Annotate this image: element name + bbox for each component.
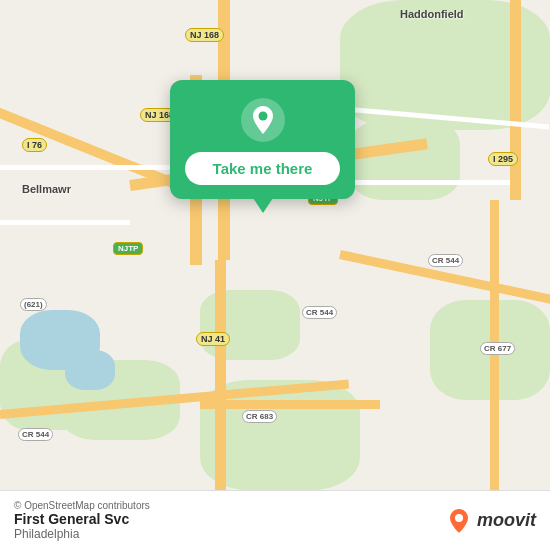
location-city: Philadelphia bbox=[14, 527, 79, 541]
road-secondary bbox=[0, 165, 190, 170]
bottom-bar: © OpenStreetMap contributors First Gener… bbox=[0, 490, 550, 550]
label-nj168-top: NJ 168 bbox=[185, 28, 224, 42]
label-cr677: CR 677 bbox=[480, 342, 515, 355]
map-container: NJ 168 NJ 168 NJ 41 I 76 NJTP NJTP I 295… bbox=[0, 0, 550, 490]
road-i295 bbox=[510, 0, 521, 200]
road-secondary bbox=[0, 220, 130, 225]
location-pin-icon bbox=[241, 98, 285, 142]
copyright-text: © OpenStreetMap contributors bbox=[14, 500, 150, 511]
moovit-text: moovit bbox=[477, 510, 536, 531]
green-area bbox=[350, 120, 460, 200]
popup-card: Take me there bbox=[170, 80, 355, 199]
city-haddonfield: Haddonfield bbox=[400, 8, 464, 20]
label-cr683: CR 683 bbox=[242, 410, 277, 423]
road-nj41 bbox=[215, 260, 226, 490]
label-cr544-bot: CR 544 bbox=[18, 428, 53, 441]
city-bellmawr: Bellmawr bbox=[22, 183, 71, 195]
moovit-logo: moovit bbox=[445, 507, 536, 535]
label-cr544-top: CR 544 bbox=[428, 254, 463, 267]
road-secondary bbox=[350, 180, 510, 185]
label-i295: I 295 bbox=[488, 152, 518, 166]
water-body bbox=[65, 350, 115, 390]
location-name: First General Svc bbox=[14, 511, 129, 527]
location-info: © OpenStreetMap contributors First Gener… bbox=[14, 500, 435, 541]
take-me-there-button[interactable]: Take me there bbox=[185, 152, 341, 185]
label-njtp1: NJTP bbox=[113, 242, 143, 255]
label-i76: I 76 bbox=[22, 138, 47, 152]
moovit-pin-icon bbox=[445, 507, 473, 535]
label-nj41: NJ 41 bbox=[196, 332, 230, 346]
svg-point-1 bbox=[258, 112, 267, 121]
label-621: (621) bbox=[20, 298, 47, 311]
road-cr683 bbox=[200, 400, 380, 409]
svg-point-2 bbox=[455, 514, 463, 522]
label-cr544-mid: CR 544 bbox=[302, 306, 337, 319]
